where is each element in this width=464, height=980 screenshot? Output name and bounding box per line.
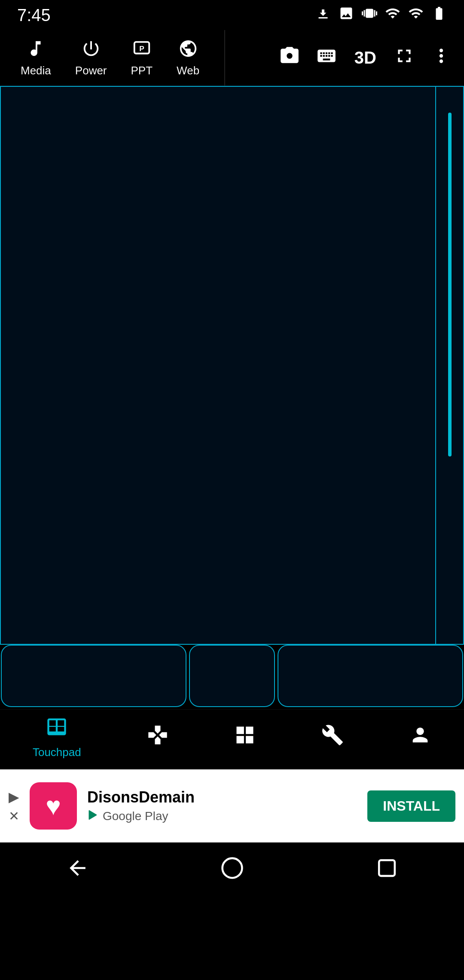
download-icon (315, 6, 331, 25)
3d-button[interactable]: 3D (349, 45, 382, 71)
toolbar-media[interactable]: Media (9, 34, 63, 82)
media-icon (26, 39, 46, 61)
ppt-label: PPT (131, 64, 153, 77)
camera-button[interactable] (275, 42, 304, 74)
scrollbar[interactable] (435, 87, 463, 644)
toolbar-ppt[interactable]: P PPT (119, 34, 165, 82)
battery-icon (431, 6, 447, 25)
keyboard-button[interactable] (312, 42, 341, 74)
signal-icon (385, 6, 400, 25)
nav-tabs: Touchpad (0, 709, 464, 765)
ad-store-row: Google Play (87, 809, 357, 824)
ad-controls: ▶ ✕ (9, 789, 19, 824)
power-label: Power (75, 64, 107, 77)
touchpad-label: Touchpad (33, 746, 81, 759)
more-button[interactable] (427, 42, 455, 74)
ad-install-button[interactable]: INSTALL (367, 790, 455, 822)
toolbar-power[interactable]: Power (63, 34, 119, 82)
home-button[interactable] (195, 848, 270, 894)
tab-layout[interactable] (221, 720, 269, 756)
toolbar-left: Media Power P PPT Web (9, 30, 225, 86)
media-label: Media (21, 64, 51, 77)
right-click-button[interactable] (278, 645, 463, 707)
google-play-icon (87, 809, 99, 824)
scrollbar-thumb[interactable] (448, 113, 452, 456)
touchpad-icon (46, 716, 68, 743)
svg-point-2 (222, 858, 242, 878)
status-bar: 7:45 (0, 0, 464, 30)
tab-profile[interactable] (396, 720, 444, 756)
app-logo-heart: ♥ (46, 791, 61, 821)
left-click-button[interactable] (1, 645, 186, 707)
ad-app-info: DisonsDemain Google Play (87, 788, 357, 824)
bottom-buttons (0, 645, 464, 707)
tools-icon (321, 724, 344, 751)
power-icon (81, 39, 101, 61)
status-icons (315, 6, 447, 25)
tab-gamepad[interactable] (134, 720, 182, 756)
ad-arrow-icon: ▶ (9, 789, 19, 805)
web-icon (178, 39, 198, 61)
main-touchpad-area[interactable] (0, 86, 464, 645)
recents-button[interactable] (349, 848, 424, 894)
fullscreen-button[interactable] (390, 42, 418, 74)
ad-app-name: DisonsDemain (87, 788, 357, 806)
vibrate-icon (362, 6, 377, 25)
toolbar: Media Power P PPT Web (0, 30, 464, 86)
ad-store-label: Google Play (103, 809, 168, 823)
svg-text:P: P (139, 44, 144, 52)
status-time: 7:45 (17, 6, 51, 25)
image-icon (339, 6, 354, 25)
layout-icon (234, 724, 256, 751)
toolbar-web[interactable]: Web (165, 34, 211, 82)
tab-tools[interactable] (308, 720, 357, 756)
ppt-icon: P (132, 39, 152, 61)
gamepad-icon (147, 724, 169, 751)
back-button[interactable] (40, 848, 115, 894)
ad-app-logo: ♥ (30, 782, 77, 830)
ad-banner: ▶ ✕ ♥ DisonsDemain Google Play INSTALL (0, 769, 464, 842)
middle-click-button[interactable] (189, 645, 275, 707)
ad-close-button[interactable]: ✕ (9, 808, 19, 824)
profile-icon (409, 724, 431, 751)
web-label: Web (177, 64, 199, 77)
system-nav (0, 842, 464, 898)
wifi-icon (408, 6, 424, 25)
touchpad-canvas[interactable] (1, 87, 435, 644)
svg-rect-3 (379, 860, 395, 876)
toolbar-right: 3D (275, 42, 455, 74)
tab-touchpad[interactable]: Touchpad (20, 711, 94, 763)
